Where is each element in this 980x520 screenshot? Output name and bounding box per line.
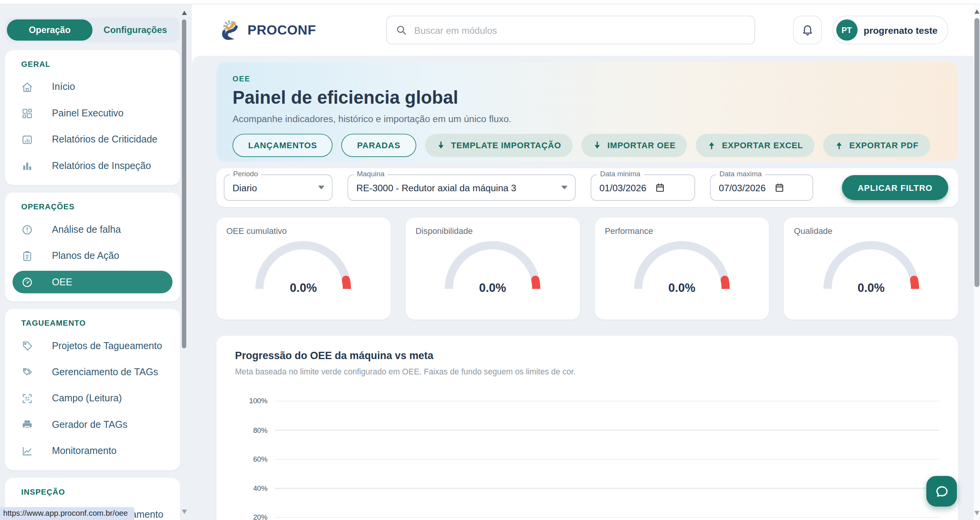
tab-configuracoes[interactable]: Configurações — [93, 19, 178, 40]
gridline — [275, 430, 939, 431]
button-label: EXPORTAR EXCEL — [722, 141, 803, 150]
sidebar-item-label: Relatórios de Inspeção — [52, 160, 151, 171]
field-value: 07/03/2026 — [719, 182, 766, 193]
sidebar: Operação Configurações GERAL Início Pain… — [0, 4, 192, 520]
field-label: Data maxima — [716, 170, 765, 178]
printer-icon — [21, 419, 33, 431]
chart-plot-area: 100% 80% 60% 40% — [235, 386, 939, 520]
sidebar-section-tagueamento: TAGUEAMENTO Projetos de Tagueamento Gere… — [5, 309, 180, 470]
hero-banner: OEE Painel de eficiencia global Acompanh… — [216, 62, 958, 162]
sidebar-item-label: Início — [52, 81, 75, 93]
bell-icon — [801, 24, 814, 36]
brand-logo[interactable]: PROCONF — [220, 18, 316, 41]
hero-actions: LANÇAMENTOS PARADAS TEMPLATE IMPORTAÇÃO … — [233, 134, 942, 157]
lancamentos-button[interactable]: LANÇAMENTOS — [233, 134, 333, 157]
sidebar-item-relatorios-criticidade[interactable]: Relatórios de Criticidade — [5, 126, 180, 152]
importar-oee-button[interactable]: IMPORTAR OEE — [581, 134, 687, 157]
apply-filter-button[interactable]: APLICAR FILTRO — [842, 175, 948, 200]
hero-eyebrow: OEE — [233, 75, 942, 83]
button-label: EXPORTAR PDF — [849, 141, 919, 150]
sidebar-scrollbar-down-button[interactable] — [182, 510, 187, 514]
y-tick-label: 100% — [235, 397, 275, 405]
home-icon — [21, 81, 33, 93]
sidebar-item-analise-de-falha[interactable]: Análise de falha — [5, 216, 180, 242]
sidebar-item-label: Análise de falha — [52, 224, 121, 235]
paradas-button[interactable]: PARADAS — [341, 134, 416, 157]
sidebar-section-geral: GERAL Início Painel Executivo Relatórios… — [5, 50, 180, 185]
gauge-card-oee-cumulativo: OEE cumulativo 0.0% — [216, 218, 390, 320]
dashboard-icon — [21, 107, 33, 119]
oee-progress-chart-card: Progressão do OEE da máquina vs meta Met… — [216, 336, 958, 520]
sidebar-scrollbar-thumb[interactable] — [182, 19, 186, 348]
sidebar-item-oee[interactable]: OEE — [13, 271, 173, 293]
field-label: Maquina — [354, 170, 388, 178]
main-scrollbar-up-button[interactable] — [974, 9, 979, 13]
gridline — [275, 459, 939, 459]
sidebar-item-relatorios-inspecao[interactable]: Relatórios de Inspeção — [5, 152, 180, 179]
chevron-down-icon — [318, 186, 324, 190]
page-subtitle: Acompanhe indicadores, histórico e impor… — [233, 113, 942, 124]
top-header: PROCONF PT progrenato teste — [192, 4, 974, 56]
sidebar-item-gerenciamento-de-tags[interactable]: Gerenciamento de TAGs — [5, 359, 180, 385]
sidebar-item-projetos-de-tagueamento[interactable]: Projetos de Tagueamento — [5, 333, 180, 359]
page-title: Painel de eficiencia global — [233, 88, 942, 108]
sidebar-item-label: Painel Executivo — [52, 108, 124, 119]
chat-bubble-icon — [934, 484, 949, 498]
tags-icon — [21, 366, 33, 378]
sidebar-item-planos-de-acao[interactable]: Planos de Ação — [5, 243, 180, 269]
main-scrollbar — [974, 4, 980, 520]
main-scrollbar-thumb[interactable] — [975, 18, 980, 287]
section-title: INSPEÇÃO — [5, 485, 180, 502]
gridline — [275, 488, 939, 489]
template-importacao-button[interactable]: TEMPLATE IMPORTAÇÃO — [425, 134, 572, 157]
gauge-value: 0.0% — [794, 282, 948, 295]
date-min-input[interactable]: Data minima 01/03/2026 — [591, 174, 695, 200]
alert-circle-icon — [21, 224, 33, 235]
gauge-title: Performance — [605, 226, 759, 235]
sidebar-item-label: Gerenciamento de TAGs — [52, 366, 158, 378]
tab-operacao[interactable]: Operação — [7, 19, 93, 40]
gauge-card-qualidade: Qualidade 0.0% — [784, 218, 958, 320]
exportar-pdf-button[interactable]: EXPORTAR PDF — [823, 134, 930, 157]
period-select[interactable]: Periodo Diario — [224, 174, 332, 200]
sidebar-scrollbar-up-button[interactable] — [182, 11, 187, 15]
gauge-value: 0.0% — [605, 282, 759, 295]
notifications-button[interactable] — [793, 16, 822, 45]
sidebar-item-label: Monitoramento — [52, 445, 116, 456]
gridline-row: 60% — [235, 445, 939, 474]
search-input[interactable] — [413, 24, 745, 36]
sidebar-item-label: OEE — [52, 277, 72, 288]
gridline — [275, 401, 939, 401]
avatar: PT — [836, 19, 857, 40]
gauge-card-performance: Performance 0.0% — [595, 218, 769, 320]
sidebar-item-painel-executivo[interactable]: Painel Executivo — [5, 100, 180, 126]
machine-select[interactable]: Maquina RE-3000 - Redutor axial da máqui… — [347, 174, 575, 200]
y-tick-label: 40% — [235, 485, 275, 492]
user-menu[interactable]: PT progrenato teste — [832, 16, 948, 45]
field-label: Data minima — [597, 170, 643, 178]
chat-support-button[interactable] — [926, 476, 957, 507]
page-content: OEE Painel de eficiencia global Acompanh… — [192, 56, 974, 520]
gauge-value: 0.0% — [415, 282, 570, 295]
gridline-row: 40% — [235, 474, 939, 503]
y-tick-label: 60% — [235, 455, 275, 463]
main-scrollbar-down-button[interactable] — [974, 511, 979, 515]
sidebar-item-campo-leitura[interactable]: Campo (Leitura) — [5, 385, 180, 411]
filter-bar: Periodo Diario Maquina RE-3000 - Redutor… — [216, 168, 958, 207]
sidebar-item-label: Planos de Ação — [52, 250, 119, 261]
user-name: progrenato teste — [864, 25, 938, 35]
exportar-excel-button[interactable]: EXPORTAR EXCEL — [696, 134, 814, 157]
calendar-icon — [655, 182, 665, 192]
sidebar-item-gerador-de-tags[interactable]: Gerador de TAGs — [5, 411, 180, 437]
chart-subtitle: Meta baseada no limite verde configurado… — [235, 367, 939, 376]
download-icon — [436, 141, 445, 150]
sidebar-item-monitoramento[interactable]: Monitoramento — [5, 438, 180, 464]
field-value: RE-3000 - Redutor axial da máquina 3 — [356, 182, 516, 193]
link-status-bar: https://www.app.proconf.com.br/oee — [0, 507, 135, 520]
sidebar-item-inicio[interactable]: Início — [5, 74, 180, 100]
gauge-title: Disponibilidade — [415, 226, 570, 235]
date-max-input[interactable]: Data maxima 07/03/2026 — [710, 174, 813, 200]
button-label: IMPORTAR OEE — [607, 141, 676, 150]
section-title: OPERAÇÕES — [5, 200, 180, 216]
gauge-value: 0.0% — [226, 282, 380, 295]
